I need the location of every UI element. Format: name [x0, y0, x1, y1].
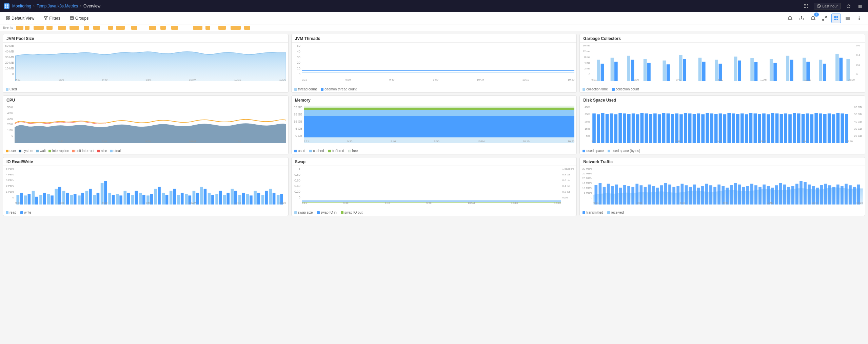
legend-user: user — [6, 149, 16, 153]
legend-dot — [294, 211, 297, 214]
svg-rect-122 — [802, 114, 805, 143]
legend-wait: wait — [36, 149, 46, 153]
event-marker[interactable] — [25, 26, 29, 30]
svg-rect-91 — [667, 113, 670, 143]
event-marker[interactable] — [116, 26, 125, 30]
event-marker[interactable] — [231, 26, 241, 30]
garbage-collectors-title: Garbage Collectors — [583, 36, 621, 41]
x-label: 9:30 — [343, 201, 349, 205]
svg-rect-125 — [815, 113, 818, 143]
expand-icon-btn[interactable] — [820, 14, 829, 23]
event-marker[interactable] — [171, 26, 178, 30]
x-label: 10AM — [766, 201, 773, 205]
event-marker[interactable] — [108, 26, 113, 30]
filters-btn[interactable]: Filters — [42, 15, 62, 22]
jvm-pool-size-header: JVM Pool Size — [3, 34, 288, 43]
y-label: 0 — [294, 72, 300, 76]
svg-rect-42 — [627, 56, 631, 81]
svg-rect-109 — [745, 114, 748, 143]
share-icon-btn[interactable] — [797, 14, 806, 23]
legend-dot — [607, 211, 610, 214]
x-label: 10:10 — [804, 78, 811, 81]
event-marker[interactable] — [93, 26, 100, 30]
garbage-collectors-header: Garbage Collectors — [580, 34, 865, 43]
event-marker[interactable] — [149, 26, 156, 30]
x-label: 9:21 — [15, 140, 20, 143]
grid-view-btn[interactable] — [831, 14, 841, 23]
x-label: 10AM — [759, 140, 766, 143]
legend-used: used — [294, 149, 305, 153]
groups-btn[interactable]: Groups — [68, 15, 91, 22]
apps-icon-btn[interactable] — [802, 2, 810, 10]
pause-icon-btn[interactable] — [856, 2, 864, 10]
svg-point-33 — [859, 16, 860, 17]
y-label: 15 MB/s — [582, 181, 592, 185]
service-link[interactable]: Temp.Java.k8s.Metrics — [37, 4, 78, 8]
legend-label: cached — [313, 149, 324, 153]
event-marker[interactable] — [205, 26, 210, 30]
legend-read: read — [6, 211, 16, 214]
legend-label: used space — [586, 149, 604, 153]
x-label: 10:20 — [279, 140, 286, 143]
x-label: 9:40 — [389, 78, 395, 81]
y-label-right: 20 GB — [854, 134, 863, 137]
svg-rect-62 — [803, 58, 806, 81]
x-label: 9:21 — [591, 78, 597, 81]
legend-dot — [583, 88, 585, 91]
legend-label: steal — [114, 149, 121, 153]
y-label: 16 ms — [582, 44, 590, 47]
event-marker[interactable] — [193, 26, 202, 30]
x-label: 9:21 — [591, 140, 597, 143]
io-read-write-body: 5 PB/s 4 PB/s 3 PB/s 2 PB/s 1 PB/s 0 — [3, 166, 288, 210]
legend-nice: nice — [97, 149, 107, 153]
event-marker[interactable] — [131, 26, 137, 30]
y-label: 30% — [5, 117, 13, 121]
svg-rect-117 — [780, 114, 783, 143]
y-label: 0.20 — [294, 190, 300, 193]
memory-footer: used cached buffered free — [292, 148, 577, 154]
legend-label: used — [298, 149, 305, 153]
alert-icon-btn[interactable] — [785, 14, 795, 23]
event-marker[interactable] — [160, 26, 166, 30]
y-label: 35% — [582, 113, 590, 116]
jvm-threads-title: JVM Threads — [295, 36, 320, 41]
y-label: 2 ms — [582, 67, 590, 70]
monitoring-link[interactable]: Monitoring — [12, 4, 31, 8]
legend-label: wait — [40, 149, 46, 153]
legend-label: daemon thread count — [324, 87, 357, 91]
event-marker[interactable] — [16, 26, 23, 30]
event-marker[interactable] — [244, 26, 250, 30]
cpu-footer: user system wait interruption soft inter… — [3, 148, 288, 154]
refresh-icon-btn[interactable] — [844, 2, 852, 10]
event-marker[interactable] — [218, 26, 226, 30]
y-label: 25 GB — [294, 113, 302, 116]
network-traffic-title: Network Traffic — [583, 159, 613, 164]
svg-rect-104 — [723, 114, 727, 143]
event-marker[interactable] — [70, 26, 79, 30]
y-label: 5% — [582, 134, 590, 137]
event-marker[interactable] — [84, 26, 89, 30]
svg-rect-131 — [841, 113, 844, 143]
event-marker[interactable] — [58, 26, 66, 30]
y-label-right: 60 GB — [854, 106, 863, 109]
legend-dot — [317, 211, 320, 214]
more-options-btn[interactable] — [854, 14, 864, 23]
cpu-header: CPU — [3, 96, 288, 104]
memory-header: Memory — [292, 96, 577, 104]
legend-dot — [348, 150, 351, 152]
svg-rect-124 — [810, 114, 814, 143]
legend-dot — [36, 150, 39, 152]
swap-body: 1 0.80 0.60 0.40 0.20 0 — [292, 166, 577, 210]
svg-rect-48 — [679, 55, 683, 81]
event-marker[interactable] — [34, 26, 44, 30]
time-selector[interactable]: Last hour — [814, 3, 841, 9]
default-view-btn[interactable]: Default View — [4, 15, 36, 22]
svg-rect-121 — [797, 113, 801, 143]
event-marker[interactable] — [46, 26, 53, 30]
legend-dot — [6, 88, 8, 91]
jvm-pool-size-footer: used — [3, 87, 288, 92]
svg-rect-85 — [640, 113, 644, 143]
legend-label: received — [611, 211, 624, 214]
legend-write: write — [20, 211, 31, 214]
list-view-btn[interactable] — [843, 14, 852, 23]
